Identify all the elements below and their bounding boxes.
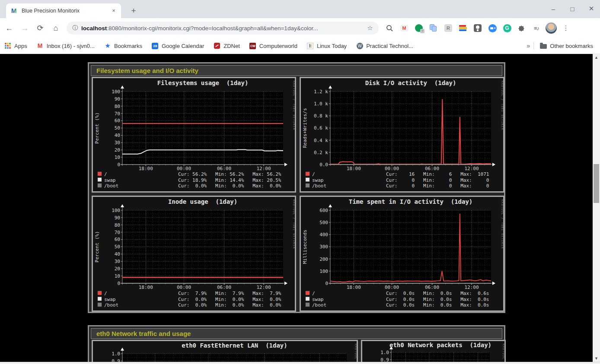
gmail-extension-icon[interactable]: M bbox=[399, 22, 410, 34]
rrdtool-watermark: RRDTOOL / TOBI OETIKER bbox=[502, 344, 504, 362]
legend-stats: Cur: 0.0% Min: 0.0% Max: 0.0% bbox=[178, 183, 281, 189]
legend-swatch bbox=[306, 178, 310, 182]
legend-stats: Cur: 16 Min: 6 Max: 1071 bbox=[386, 171, 489, 177]
y-tick-label: 30 bbox=[115, 259, 120, 264]
computerworld-icon: CW bbox=[249, 42, 256, 49]
bookmark-star-icon[interactable]: ☆ bbox=[366, 24, 374, 32]
zoom-camera-extension-icon[interactable] bbox=[487, 22, 498, 34]
legend-swatch bbox=[98, 291, 102, 295]
rrdtool-watermark: RRDTOOL / TOBI OETIKER bbox=[292, 81, 295, 130]
new-tab-button[interactable]: + bbox=[128, 5, 139, 16]
legend-name: swap bbox=[312, 177, 324, 183]
profile-avatar[interactable] bbox=[546, 22, 557, 34]
y-tick-label: 0.6 k bbox=[314, 125, 328, 131]
forward-button[interactable]: → bbox=[18, 22, 31, 35]
bookmark-item-apps[interactable]: Apps bbox=[4, 42, 27, 49]
site-info-icon[interactable]: ⓘ bbox=[71, 24, 80, 32]
graph-panel-disk-io-activity[interactable]: 0.00.2 k0.4 k0.6 k0.8 k1.0 k1.2 k18:0000… bbox=[300, 77, 504, 193]
legend-stats: Cur: 7.9% Min: 7.9% Max: 7.9% bbox=[178, 291, 281, 296]
apps-grid-icon bbox=[4, 42, 11, 49]
x-tick-label: 18:00 bbox=[347, 285, 361, 290]
home-button[interactable]: ⌂ bbox=[49, 22, 62, 35]
scrollbar-thumb[interactable] bbox=[594, 164, 599, 203]
page-viewport: Filesystem usage and I/O activity 010203… bbox=[0, 54, 600, 364]
browser-tab[interactable]: M Blue Precision Monitorix × bbox=[6, 3, 121, 18]
y-tick-label: 80 bbox=[115, 104, 120, 109]
scroll-up-icon[interactable]: ▲ bbox=[593, 54, 600, 61]
extensions-puzzle-icon[interactable] bbox=[516, 22, 527, 34]
y-tick-label: 500 bbox=[319, 220, 328, 225]
x-tick-label: 12:00 bbox=[464, 285, 479, 290]
bookmark-item-linux-today[interactable]: lt Linux Today bbox=[307, 42, 347, 49]
scroll-down-icon[interactable]: ▼ bbox=[593, 355, 600, 362]
star-icon: ★ bbox=[104, 42, 111, 49]
y-tick-label: 100 bbox=[112, 89, 120, 95]
y-tick-label: 400 bbox=[319, 232, 328, 237]
y-tick-label: 70 bbox=[115, 230, 120, 235]
y-tick-label: 100 bbox=[319, 269, 328, 274]
books-extension-icon[interactable] bbox=[457, 22, 469, 34]
search-extension-icon[interactable] bbox=[384, 22, 395, 34]
y-tick-label: 10 bbox=[115, 155, 120, 160]
bookmarks-overflow-chevron[interactable]: » bbox=[527, 42, 534, 49]
reload-button[interactable]: ⟳ bbox=[34, 22, 47, 35]
legend-name: / bbox=[104, 171, 107, 177]
y-axis-label: Percent (%) bbox=[94, 231, 100, 263]
legend-name: / bbox=[312, 291, 315, 296]
y-tick-label: 50 bbox=[115, 125, 120, 131]
graph-panel-io-time[interactable]: 010020030040050060018:0000:0006:0012:00T… bbox=[300, 196, 504, 312]
plot-area bbox=[122, 354, 347, 362]
y-tick-label: 0.4 k bbox=[314, 138, 328, 143]
y-axis-label: Reads+Writes/s bbox=[302, 108, 308, 148]
x-axis-arrow-icon bbox=[492, 163, 495, 166]
chrome-menu-icon[interactable]: ⋮ bbox=[560, 22, 571, 34]
graph-title: eth0 FastEthernet LAN (1day) bbox=[182, 342, 287, 349]
vertical-scrollbar[interactable]: ▲ ▼ bbox=[593, 54, 600, 362]
close-button[interactable]: ✕ bbox=[587, 5, 596, 13]
bookmark-item-google-calendar[interactable]: 28 Google Calendar bbox=[152, 42, 204, 49]
copy-pages-extension-icon[interactable] bbox=[428, 22, 439, 34]
x-tick-label: 00:00 bbox=[385, 166, 399, 171]
url-text[interactable]: localhost:8080/monitorix-cgi/monitorix.c… bbox=[81, 25, 366, 32]
bookmark-item-bookmarks[interactable]: ★ Bookmarks bbox=[104, 42, 142, 49]
address-bar[interactable]: ⓘ localhost:8080/monitorix-cgi/monitorix… bbox=[67, 22, 379, 35]
other-bookmarks-button[interactable]: Other bookmarks bbox=[540, 42, 593, 49]
y-tick-label: 300 bbox=[319, 244, 328, 250]
bookmark-item-inbox[interactable]: M Inbox (16) - sjvn0... bbox=[37, 42, 95, 49]
graph-panel-eth0-lan[interactable]: 1.00.90.80.70.60.50.40.30.20.10.018:0000… bbox=[92, 340, 358, 362]
y-tick-label: 1.0 bbox=[112, 351, 120, 357]
graph-panel-eth0-packets[interactable]: 1.00.90.80.70.60.50.40.30.20.10.018:0000… bbox=[361, 340, 506, 362]
horizontal-scrollbar[interactable] bbox=[0, 362, 600, 364]
x-axis-arrow-icon bbox=[492, 282, 495, 285]
tab-close-icon[interactable]: × bbox=[110, 7, 118, 15]
y-tick-label: 40 bbox=[115, 133, 120, 138]
legend-name: / bbox=[312, 171, 315, 177]
maximize-button[interactable]: □ bbox=[568, 5, 577, 13]
y-tick-label: 0.0 bbox=[319, 162, 328, 168]
section-header: Filesystem usage and I/O activity bbox=[91, 65, 502, 76]
legend-stats: Cur: 18.9% Min: 14.4% Max: 20.5% bbox=[178, 177, 281, 183]
minimize-button[interactable]: – bbox=[549, 5, 558, 13]
voice-extension-icon[interactable] bbox=[413, 22, 424, 34]
y-axis-arrow-icon bbox=[329, 204, 332, 207]
y-tick-label: 60 bbox=[115, 237, 120, 242]
bookmark-item-computerworld[interactable]: CW Computerworld bbox=[249, 42, 297, 49]
r-extension-icon[interactable]: R bbox=[443, 22, 454, 34]
browser-toolbar: ← → ⟳ ⌂ ⓘ localhost:8080/monitorix-cgi/m… bbox=[0, 18, 600, 38]
y-tick-label: 70 bbox=[115, 111, 120, 117]
lamp-extension-icon[interactable] bbox=[472, 22, 483, 34]
y-tick-label: 1.0 k bbox=[314, 101, 328, 107]
y-tick-label: 200 bbox=[319, 256, 328, 262]
legend-swatch bbox=[98, 297, 102, 301]
y-tick-label: 0.9 bbox=[380, 357, 389, 362]
rrdtool-watermark: RRDTOOL / TOBI OETIKER bbox=[292, 199, 295, 249]
bookmark-item-zdnet[interactable]: ZDNet bbox=[214, 42, 240, 49]
graph-panel-filesystems-usage[interactable]: 010203040506070809010018:0000:0006:0012:… bbox=[92, 77, 296, 193]
grammarly-extension-icon[interactable]: G bbox=[501, 22, 513, 34]
back-button[interactable]: ← bbox=[3, 22, 16, 35]
bookmark-item-practical-technology[interactable]: W Practical Technol... bbox=[356, 42, 413, 49]
y-tick-label: 50 bbox=[115, 244, 120, 250]
graph-panel-inode-usage[interactable]: 010203040506070809010018:0000:0006:0012:… bbox=[92, 196, 296, 312]
y-tick-label: 0.2 k bbox=[314, 150, 328, 155]
media-list-icon[interactable]: ≡♪ bbox=[531, 22, 542, 34]
